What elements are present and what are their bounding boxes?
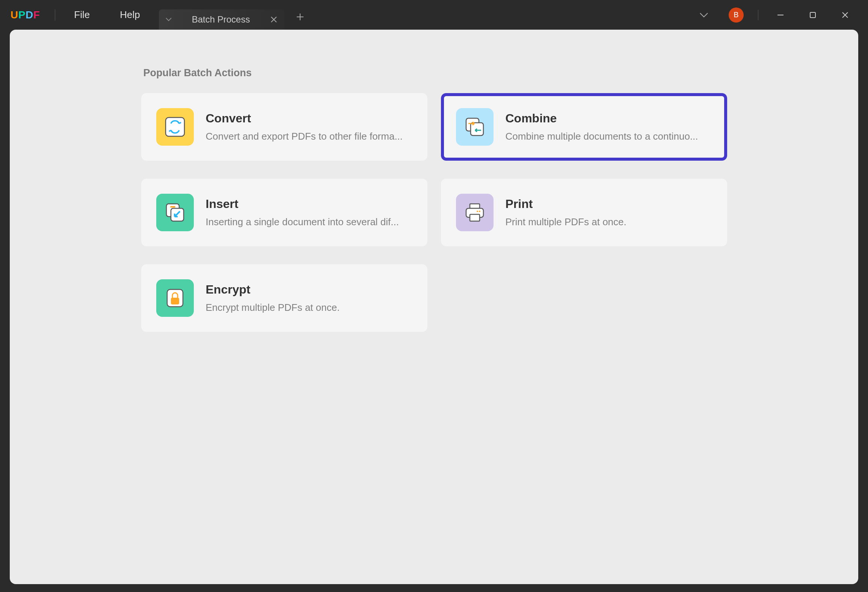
- svg-rect-11: [470, 214, 480, 221]
- title-left: UPDF File Help Batch Process: [0, 0, 316, 30]
- section-title: Popular Batch Actions: [143, 67, 727, 79]
- card-print[interactable]: Print Print multiple PDFs at once.: [441, 179, 727, 246]
- content-area: Popular Batch Actions Convert Convert an…: [10, 30, 858, 584]
- card-text: Print Print multiple PDFs at once.: [506, 197, 626, 228]
- menu-file[interactable]: File: [59, 9, 105, 21]
- title-right: B: [688, 8, 868, 23]
- logo-letter: U: [11, 9, 18, 21]
- combine-icon: [456, 108, 494, 146]
- svg-rect-0: [810, 12, 815, 18]
- svg-rect-7: [470, 204, 480, 208]
- card-title: Insert: [206, 197, 399, 211]
- divider: [758, 10, 758, 20]
- svg-point-10: [477, 211, 478, 212]
- maximize-button[interactable]: [797, 11, 828, 19]
- card-text: Combine Combine multiple documents to a …: [506, 111, 698, 142]
- card-desc: Inserting a single document into several…: [206, 216, 399, 228]
- title-bar: UPDF File Help Batch Process B: [0, 0, 868, 30]
- convert-icon: [156, 108, 194, 146]
- card-desc: Print multiple PDFs at once.: [506, 216, 626, 228]
- close-icon[interactable]: [270, 16, 278, 23]
- card-encrypt[interactable]: Encrypt Encrypt multiple PDFs at once.: [141, 264, 427, 332]
- card-title: Print: [506, 197, 626, 211]
- minimize-button[interactable]: [765, 11, 796, 19]
- user-avatar[interactable]: B: [729, 8, 744, 23]
- card-combine[interactable]: Combine Combine multiple documents to a …: [441, 93, 727, 161]
- new-tab-button[interactable]: [284, 12, 316, 21]
- tab-dropdown-icon[interactable]: [166, 18, 172, 21]
- card-desc: Combine multiple documents to a continuo…: [506, 131, 698, 142]
- card-convert[interactable]: Convert Convert and export PDFs to other…: [141, 93, 427, 161]
- logo-letter: D: [26, 9, 33, 21]
- close-button[interactable]: [830, 11, 860, 19]
- card-title: Convert: [206, 111, 403, 125]
- card-text: Convert Convert and export PDFs to other…: [206, 111, 403, 142]
- card-title: Combine: [506, 111, 698, 125]
- svg-rect-13: [171, 298, 179, 304]
- content-inner: Popular Batch Actions Convert Convert an…: [141, 67, 727, 332]
- svg-point-9: [479, 211, 480, 212]
- divider: [55, 9, 55, 21]
- logo-letter: P: [18, 9, 26, 21]
- card-insert[interactable]: Insert Inserting a single document into …: [141, 179, 427, 246]
- card-text: Encrypt Encrypt multiple PDFs at once.: [206, 283, 340, 313]
- card-desc: Convert and export PDFs to other file fo…: [206, 131, 403, 142]
- tab-title: Batch Process: [177, 14, 265, 25]
- encrypt-icon: [156, 279, 194, 317]
- logo-letter: F: [33, 9, 40, 21]
- svg-rect-5: [170, 206, 175, 208]
- tabs-container: Batch Process: [159, 0, 316, 30]
- chevron-down-icon[interactable]: [688, 12, 720, 18]
- card-title: Encrypt: [206, 283, 340, 297]
- print-icon: [456, 194, 494, 231]
- menu-help[interactable]: Help: [105, 9, 155, 21]
- tab-batch-process[interactable]: Batch Process: [159, 9, 285, 30]
- card-text: Insert Inserting a single document into …: [206, 197, 399, 228]
- insert-icon: [156, 194, 194, 231]
- app-logo: UPDF: [0, 9, 51, 21]
- cards-grid: Convert Convert and export PDFs to other…: [141, 93, 727, 332]
- card-desc: Encrypt multiple PDFs at once.: [206, 302, 340, 313]
